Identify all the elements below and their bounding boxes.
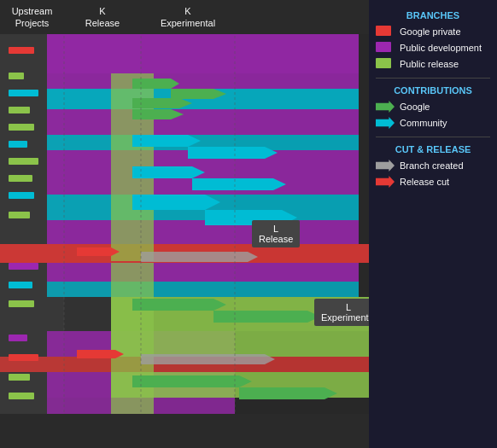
svg-rect-36 <box>9 282 32 288</box>
legend-item-google-private: Google private <box>376 26 490 38</box>
legend-divider-2 <box>376 137 490 137</box>
col-header-k-release: K Release <box>64 0 141 34</box>
legend-label-public-dev: Public development <box>400 43 482 53</box>
svg-rect-41 <box>9 393 34 399</box>
svg-rect-40 <box>9 374 30 381</box>
svg-marker-44 <box>132 98 192 108</box>
svg-rect-27 <box>9 90 38 96</box>
tooltip-l-experimental: L Experimental <box>314 299 369 326</box>
legend-swatch-public-dev <box>376 42 395 54</box>
legend-item-branch-created: Branch created <box>376 160 490 172</box>
legend-label-branch-created: Branch created <box>400 160 464 171</box>
svg-rect-15 <box>47 282 359 297</box>
legend-swatch-google <box>376 101 395 113</box>
svg-rect-25 <box>9 47 34 54</box>
legend-swatch-branch-created <box>376 160 395 172</box>
svg-marker-48 <box>132 166 205 178</box>
svg-marker-49 <box>192 178 286 190</box>
svg-marker-53 <box>213 311 320 323</box>
legend-branches-title: BRANCHES <box>376 10 490 20</box>
svg-rect-29 <box>9 124 34 131</box>
svg-rect-38 <box>9 335 27 341</box>
svg-rect-12 <box>47 220 359 244</box>
legend-swatch-public-release <box>376 58 395 70</box>
legend-divider-1 <box>376 78 490 79</box>
legend-label-google: Google <box>400 102 430 112</box>
svg-rect-37 <box>9 300 34 307</box>
svg-rect-8 <box>47 109 359 135</box>
main-container: Upstream Projects K Release K Experiment… <box>0 0 497 448</box>
svg-rect-30 <box>9 141 27 148</box>
svg-rect-39 <box>9 354 38 361</box>
legend-swatch-release-cut <box>376 176 395 188</box>
col-header-k-experimental: K Experimental <box>141 0 235 34</box>
legend-label-community: Community <box>400 118 447 128</box>
svg-marker-57 <box>141 354 275 364</box>
svg-marker-47 <box>188 147 278 159</box>
legend-contributions-title: CONTRIBUTIONS <box>376 85 490 96</box>
svg-rect-31 <box>9 158 38 165</box>
svg-marker-58 <box>77 247 120 256</box>
svg-marker-59 <box>77 350 124 358</box>
legend-item-google: Google <box>376 101 490 113</box>
legend-swatch-community <box>376 117 395 129</box>
legend-panel: BRANCHES Google private Public developme… <box>369 0 497 448</box>
svg-marker-52 <box>132 299 226 311</box>
legend-label-public-release: Public release <box>400 59 459 69</box>
svg-rect-26 <box>9 73 24 79</box>
svg-marker-55 <box>239 387 337 399</box>
col-header-upstream: Upstream Projects <box>0 0 64 34</box>
legend-item-release-cut: Release cut <box>376 176 490 188</box>
svg-marker-46 <box>132 135 201 147</box>
legend-item-public-release: Public release <box>376 58 490 70</box>
svg-rect-5 <box>47 41 359 73</box>
svg-rect-24 <box>111 263 154 414</box>
chart-area: Upstream Projects K Release K Experiment… <box>0 0 369 448</box>
svg-rect-14 <box>47 263 359 282</box>
legend-item-public-dev: Public development <box>376 42 490 54</box>
svg-rect-32 <box>9 175 32 182</box>
svg-marker-42 <box>132 79 179 89</box>
chart-header: Upstream Projects K Release K Experiment… <box>0 0 369 34</box>
svg-rect-6 <box>47 73 359 89</box>
svg-marker-54 <box>132 375 252 387</box>
svg-rect-34 <box>9 212 30 218</box>
legend-cut-release-title: CUT & RELEASE <box>376 144 490 154</box>
tooltip-l-release: L Release <box>252 220 300 247</box>
legend-item-community: Community <box>376 117 490 129</box>
svg-marker-56 <box>141 252 258 262</box>
legend-label-google-private: Google private <box>400 26 461 37</box>
svg-rect-33 <box>9 192 34 199</box>
chart-svg <box>0 0 369 414</box>
svg-rect-35 <box>9 263 38 270</box>
legend-swatch-google-private <box>376 26 395 38</box>
svg-marker-50 <box>132 195 220 210</box>
legend-label-release-cut: Release cut <box>400 177 449 187</box>
svg-rect-28 <box>9 107 30 113</box>
